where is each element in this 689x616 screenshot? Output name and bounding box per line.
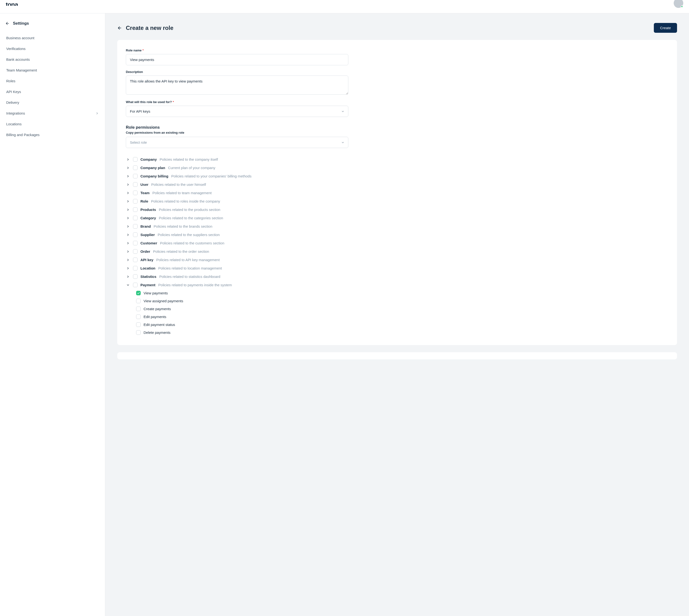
permission-children: View paymentsView assigned paymentsCreat… — [126, 289, 668, 336]
permission-group-api-key: API keyPolicies related to API key manag… — [126, 256, 668, 264]
permission-child-label: View payments — [144, 291, 168, 295]
permission-checkbox[interactable] — [133, 283, 137, 287]
permission-name: Products — [141, 207, 156, 212]
permission-checkbox[interactable] — [133, 258, 137, 262]
page-header: Create a new role Create — [117, 23, 677, 33]
permission-name: Category — [141, 216, 156, 220]
sidebar-item-delivery[interactable]: Delivery — [5, 97, 100, 108]
sidebar-item-billing-and-packages[interactable]: Billing and Packages — [5, 129, 100, 140]
permission-child-checkbox[interactable] — [136, 322, 141, 327]
sidebar-item-label: API Keys — [6, 90, 21, 94]
chevron-down-icon[interactable] — [126, 283, 130, 287]
permission-description: Policies related to API key management — [156, 258, 220, 262]
sidebar-item-locations[interactable]: Locations — [5, 118, 100, 129]
copy-role-select[interactable]: Select role — [126, 137, 348, 148]
permission-child-checkbox[interactable] — [136, 314, 141, 319]
sidebar-item-integrations[interactable]: Integrations — [5, 108, 100, 118]
permission-checkbox[interactable] — [133, 241, 137, 245]
sidebar-item-api-keys[interactable]: API Keys — [5, 86, 100, 97]
sidebar-item-label: Roles — [6, 79, 15, 83]
permission-checkbox[interactable] — [133, 224, 137, 228]
chevron-right-icon[interactable] — [126, 216, 130, 220]
permission-child-checkbox[interactable] — [136, 307, 141, 311]
permission-child-checkbox[interactable] — [136, 299, 141, 303]
permission-child-edit-payment-status: Edit payment status — [136, 321, 668, 329]
chevron-right-icon[interactable] — [126, 266, 130, 270]
role-name-input[interactable] — [126, 54, 348, 65]
permission-name: Statistics — [141, 274, 156, 279]
permission-group-user: UserPolicies related to the user himself — [126, 180, 668, 189]
permission-checkbox[interactable] — [133, 199, 137, 203]
permission-checkbox[interactable] — [133, 266, 137, 270]
sidebar-item-label: Delivery — [6, 101, 19, 105]
permission-checkbox[interactable] — [133, 157, 137, 162]
chevron-right-icon[interactable] — [126, 249, 130, 254]
permission-group-supplier: SupplierPolicies related to the supplier… — [126, 230, 668, 239]
usage-select[interactable]: For API keys — [126, 106, 348, 117]
sidebar-item-team-management[interactable]: Team Management — [5, 65, 100, 75]
permission-child-label: Delete payments — [144, 330, 171, 334]
permission-checkbox[interactable] — [133, 274, 137, 279]
chevron-right-icon[interactable] — [126, 199, 130, 203]
permission-child-edit-payments: Edit payments — [136, 313, 668, 321]
permission-name: Payment — [141, 283, 155, 287]
sidebar-item-label: Locations — [6, 122, 22, 126]
sidebar-item-roles[interactable]: Roles — [5, 75, 100, 86]
sidebar-item-label: Bank accounts — [6, 58, 30, 62]
chevron-right-icon[interactable] — [126, 191, 130, 195]
permission-name: Brand — [141, 224, 151, 228]
permission-checkbox[interactable] — [133, 249, 137, 254]
chevron-right-icon[interactable] — [126, 241, 130, 245]
sidebar-item-business-account[interactable]: Business account — [5, 32, 100, 43]
status-dot-icon — [681, 5, 683, 8]
permission-checkbox[interactable] — [133, 174, 137, 178]
settings-back[interactable]: Settings — [5, 21, 100, 26]
permission-checkbox[interactable] — [133, 191, 137, 195]
permission-description: Policies related to the suppliers sectio… — [158, 233, 220, 237]
permission-name: Supplier — [141, 233, 155, 237]
chevron-right-icon[interactable] — [126, 157, 130, 162]
permission-checkbox[interactable] — [133, 207, 137, 212]
permission-group-order: OrderPolicies related to the order secti… — [126, 247, 668, 256]
chevron-right-icon[interactable] — [126, 207, 130, 212]
arrow-left-icon[interactable] — [117, 26, 122, 30]
chevron-right-icon[interactable] — [126, 274, 130, 279]
avatar-wrap[interactable] — [674, 0, 683, 8]
logo[interactable]: tona. — [6, 1, 19, 6]
permission-description: Policies related to team management — [152, 191, 212, 195]
sidebar-item-verifications[interactable]: Verifications — [5, 43, 100, 54]
permission-checkbox[interactable] — [133, 233, 137, 237]
sidebar-item-label: Billing and Packages — [6, 133, 40, 137]
chevron-right-icon[interactable] — [126, 166, 130, 170]
create-button[interactable]: Create — [654, 23, 677, 33]
chevron-right-icon[interactable] — [126, 174, 130, 178]
permission-checkbox[interactable] — [133, 216, 137, 220]
permissions-heading: Role permissions — [126, 125, 668, 130]
chevron-right-icon[interactable] — [126, 233, 130, 237]
page-title: Create a new role — [126, 25, 173, 31]
permission-group-products: ProductsPolicies related to the products… — [126, 205, 668, 214]
copy-permissions-label: Copy permissions from an existing role — [126, 131, 668, 134]
sidebar-item-label: Integrations — [6, 111, 25, 115]
permission-group-team: TeamPolicies related to team management — [126, 189, 668, 197]
permission-checkbox[interactable] — [133, 182, 137, 187]
permission-description: Policies related to the order section — [153, 249, 209, 254]
sidebar-item-label: Verifications — [6, 47, 26, 51]
chevron-right-icon[interactable] — [126, 258, 130, 262]
chevron-right-icon[interactable] — [126, 224, 130, 228]
permission-checkbox[interactable] — [133, 166, 137, 170]
permission-group-payment: PaymentPolicies related to payments insi… — [126, 281, 668, 289]
description-label: Description — [126, 70, 348, 74]
permission-child-label: Create payments — [144, 307, 171, 311]
permission-group-company-billing: Company billingPolicies related to your … — [126, 172, 668, 180]
chevron-right-icon[interactable] — [126, 182, 130, 187]
description-textarea[interactable] — [126, 75, 348, 95]
permission-group-location: LocationPolicies related to location man… — [126, 264, 668, 272]
sidebar-item-bank-accounts[interactable]: Bank accounts — [5, 54, 100, 65]
permission-description: Policies related to the company itself — [159, 157, 218, 161]
permission-child-checkbox[interactable] — [136, 291, 141, 295]
permission-group-category: CategoryPolicies related to the categori… — [126, 214, 668, 222]
sidebar-item-label: Business account — [6, 36, 35, 40]
permission-group-statistics: StatisticsPolicies related to statistics… — [126, 272, 668, 281]
permission-child-checkbox[interactable] — [136, 330, 141, 335]
